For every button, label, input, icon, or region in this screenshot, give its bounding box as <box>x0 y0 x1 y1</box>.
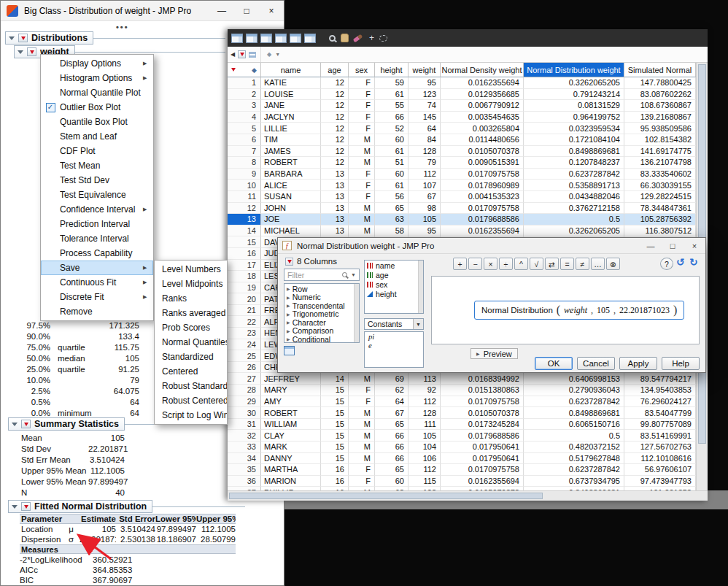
table-row[interactable]: 8ROBERT12M51790.00905153910.120784823713… <box>228 157 696 169</box>
table-row[interactable]: 2LOUISE12F611230.01293566850.79124321483… <box>228 89 696 101</box>
magnifier-icon[interactable] <box>329 35 336 42</box>
column-header-sex[interactable]: sex <box>349 63 375 77</box>
cell-sex[interactable]: F <box>349 385 375 396</box>
table-row[interactable]: 27JEFFREY14M691130.01683949920.640699815… <box>228 373 696 385</box>
cell-name[interactable]: MARION <box>261 476 321 487</box>
cell-density[interactable]: 0.0151380863 <box>441 385 524 396</box>
selection-diamond-icon[interactable]: ◆ <box>252 66 257 74</box>
cell-sim[interactable]: 83.514169991 <box>624 430 696 442</box>
cell-dist[interactable]: 0.6065150716 <box>524 419 624 431</box>
cell-density[interactable]: 0.0178960989 <box>441 180 524 191</box>
table-row[interactable]: 33MARK15M661040.0179506410.4820372152127… <box>228 442 696 453</box>
cell-sim[interactable]: 147.78800425 <box>624 77 696 89</box>
cell-density[interactable]: 0.0035454635 <box>441 112 524 123</box>
row-number-cell[interactable]: 13 <box>228 214 261 225</box>
formula-canvas[interactable]: Normal Distribution(weight,105,22.201871… <box>431 276 700 344</box>
undo-icon[interactable]: ↺ <box>676 256 685 268</box>
cell-sim[interactable]: 108.67360867 <box>624 100 696 112</box>
cell-weight[interactable]: 128 <box>408 146 441 158</box>
cell-sex[interactable]: M <box>349 203 375 215</box>
cell-name[interactable]: BARBARA <box>261 169 321 180</box>
cell-sim[interactable]: 134.95403853 <box>624 385 696 396</box>
cell-weight[interactable]: 145 <box>408 112 441 123</box>
function-group-comparison[interactable]: ▶Comparison <box>284 327 359 336</box>
keypad-operator-button[interactable]: ÷ <box>499 258 513 270</box>
table-row[interactable]: 1KATIE12F59950.01623556940.3262065205147… <box>228 77 696 89</box>
cell-sex[interactable]: M <box>349 157 375 169</box>
row-number-cell[interactable]: 25 <box>228 350 261 362</box>
cell-weight[interactable]: 74 <box>408 100 441 112</box>
close-icon[interactable]: × <box>259 1 284 21</box>
cell-weight[interactable]: 112 <box>408 464 441 476</box>
cell-density[interactable]: 0.0105070378 <box>441 146 524 158</box>
keypad-operator-button[interactable]: × <box>484 258 497 270</box>
column-header-normal-distribution-weight[interactable]: Normal Distribution weight <box>524 63 624 77</box>
cell-weight[interactable]: 79 <box>408 157 441 169</box>
cell-age[interactable]: 15 <box>321 407 349 419</box>
table-row[interactable]: 9BARBARA13F601120.01709757580.6237287842… <box>228 169 696 180</box>
cell-dist[interactable]: 0.1721084104 <box>524 134 624 146</box>
cell-age[interactable]: 15 <box>321 430 349 442</box>
outline-title-box[interactable]: Distributions <box>5 31 93 45</box>
cell-sim[interactable]: 141.69174775 <box>624 146 696 158</box>
cell-height[interactable]: 65 <box>375 419 408 431</box>
row-number-cell[interactable]: 19 <box>228 282 261 294</box>
cell-weight[interactable]: 115 <box>408 476 441 487</box>
table-row[interactable]: 7JAMES12M611280.01050703780.849886968114… <box>228 146 696 158</box>
cell-sim[interactable]: 105.28756392 <box>624 214 696 225</box>
cell-sex[interactable]: F <box>349 123 375 134</box>
submenu-item-standardized[interactable]: Standardized <box>155 350 227 364</box>
menu-item-test-std-dev[interactable]: Test Std Dev <box>41 173 153 188</box>
cell-sim[interactable]: 89.547794217 <box>624 373 696 385</box>
data-table-icon[interactable] <box>231 34 243 43</box>
cell-name[interactable]: JANE <box>261 100 321 112</box>
cell-age[interactable]: 13 <box>321 191 349 203</box>
cell-name[interactable]: ROBERT <box>261 157 321 169</box>
table-row[interactable]: 35MARTHA16F651120.01709757580.6237287842… <box>228 464 696 476</box>
cell-name[interactable]: ROBERT <box>261 407 321 419</box>
cell-name[interactable]: TIM <box>261 134 321 146</box>
cell-height[interactable]: 62 <box>375 385 408 396</box>
cell-weight[interactable]: 112 <box>408 169 441 180</box>
cell-dist[interactable]: 0.8498869681 <box>524 146 624 158</box>
rows-red-triangle-icon[interactable] <box>231 68 236 72</box>
cell-age[interactable]: 12 <box>321 123 349 134</box>
constant-e[interactable]: e <box>365 341 423 350</box>
help-button[interactable]: Help <box>662 357 700 370</box>
cell-sim[interactable]: 66.303039155 <box>624 180 696 191</box>
cell-sim[interactable]: 127.56702763 <box>624 442 696 453</box>
cell-sim[interactable]: 78.344847361 <box>624 203 696 215</box>
submenu-item-ranks[interactable]: Ranks <box>155 291 227 306</box>
table-red-triangle-icon[interactable] <box>238 50 246 58</box>
cell-dist[interactable]: 0.6406998153 <box>524 373 624 385</box>
row-number-cell[interactable]: 29 <box>228 396 261 408</box>
cell-name[interactable]: AMY <box>261 396 321 408</box>
cell-density[interactable]: 0.0129356685 <box>441 89 524 101</box>
cell-sex[interactable]: F <box>349 180 375 191</box>
cell-height[interactable]: 61 <box>375 146 408 158</box>
cell-age[interactable]: 12 <box>321 89 349 101</box>
row-number-cell[interactable]: 1 <box>228 77 261 89</box>
cell-sim[interactable]: 139.21680867 <box>624 112 696 123</box>
function-group-transcendental[interactable]: ▶Transcendental <box>284 301 359 310</box>
submenu-item-centered[interactable]: Centered <box>155 364 227 379</box>
row-number-cell[interactable]: 16 <box>228 248 261 260</box>
table-row[interactable]: 34DANNY15M661060.0179506410.517962784811… <box>228 453 696 465</box>
table-row[interactable]: 30ROBERT15M671280.01050703780.8498869681… <box>228 407 696 419</box>
menu-item-test-mean[interactable]: Test Mean <box>41 158 153 173</box>
row-number-cell[interactable]: 30 <box>228 407 261 419</box>
submenu-item-level-numbers[interactable]: Level Numbers <box>155 262 227 277</box>
cell-name[interactable]: MICHAEL <box>261 225 321 237</box>
cell-age[interactable]: 12 <box>321 146 349 158</box>
cell-height[interactable]: 66 <box>375 442 408 453</box>
cell-age[interactable]: 12 <box>321 77 349 89</box>
cell-sex[interactable]: F <box>349 191 375 203</box>
red-triangle-menu-icon[interactable] <box>18 34 28 42</box>
function-group-trigonometric[interactable]: ▶Trigonometric <box>284 310 359 319</box>
toolbar-overflow-dots[interactable]: ••• <box>116 23 129 31</box>
cell-height[interactable]: 60 <box>375 169 408 180</box>
cell-weight[interactable]: 67 <box>408 191 441 203</box>
cell-sim[interactable]: 112.10108616 <box>624 453 696 465</box>
preview-disclosure[interactable]: ▶ Preview <box>471 348 518 359</box>
cell-dist[interactable]: 0.6237287842 <box>524 169 624 180</box>
